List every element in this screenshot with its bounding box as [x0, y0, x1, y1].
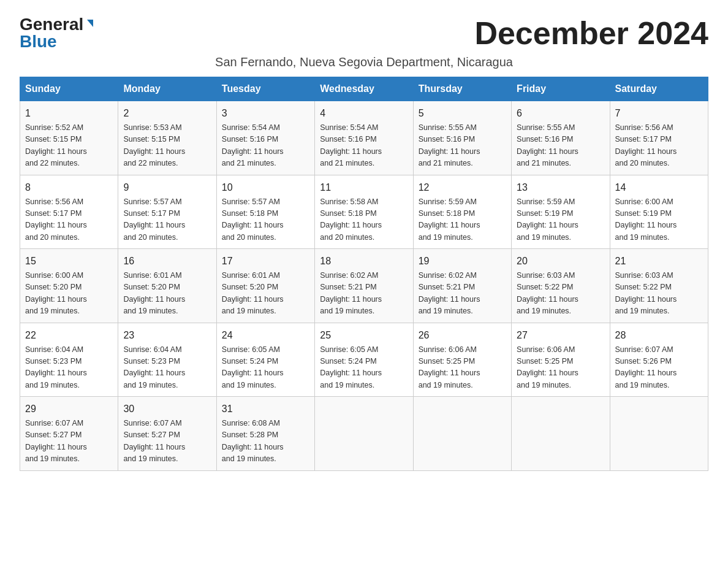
calendar-cell: 17Sunrise: 6:01 AMSunset: 5:20 PMDayligh… [216, 249, 314, 323]
calendar-week-row: 29Sunrise: 6:07 AMSunset: 5:27 PMDayligh… [20, 397, 708, 471]
day-number: 28 [615, 328, 703, 343]
calendar-cell: 4Sunrise: 5:54 AMSunset: 5:16 PMDaylight… [315, 101, 413, 175]
calendar-subtitle: San Fernando, Nueva Segovia Department, … [20, 55, 708, 69]
calendar-cell: 18Sunrise: 6:02 AMSunset: 5:21 PMDayligh… [315, 249, 413, 323]
calendar-cell: 5Sunrise: 5:55 AMSunset: 5:16 PMDaylight… [413, 101, 511, 175]
day-info: Sunrise: 5:57 AMSunset: 5:18 PMDaylight:… [222, 196, 309, 244]
day-info: Sunrise: 6:00 AMSunset: 5:19 PMDaylight:… [615, 196, 703, 244]
day-info: Sunrise: 6:07 AMSunset: 5:27 PMDaylight:… [123, 418, 211, 465]
calendar-cell: 16Sunrise: 6:01 AMSunset: 5:20 PMDayligh… [118, 249, 216, 323]
day-number: 5 [419, 106, 506, 121]
day-info: Sunrise: 5:56 AMSunset: 5:17 PMDaylight:… [615, 122, 703, 170]
day-info: Sunrise: 6:03 AMSunset: 5:22 PMDaylight:… [517, 270, 604, 318]
day-number: 24 [222, 328, 309, 343]
day-number: 31 [222, 402, 309, 416]
calendar-week-row: 8Sunrise: 5:56 AMSunset: 5:17 PMDaylight… [20, 175, 708, 249]
day-info: Sunrise: 6:01 AMSunset: 5:20 PMDaylight:… [222, 270, 309, 318]
day-info: Sunrise: 6:02 AMSunset: 5:21 PMDaylight:… [320, 270, 408, 318]
col-header-wednesday: Wednesday [315, 77, 413, 101]
day-number: 2 [123, 106, 211, 121]
day-info: Sunrise: 5:55 AMSunset: 5:16 PMDaylight:… [517, 122, 604, 170]
day-info: Sunrise: 6:05 AMSunset: 5:24 PMDaylight:… [320, 344, 408, 392]
col-header-friday: Friday [512, 77, 610, 101]
calendar-cell: 3Sunrise: 5:54 AMSunset: 5:16 PMDaylight… [216, 101, 314, 175]
day-info: Sunrise: 5:56 AMSunset: 5:17 PMDaylight:… [25, 196, 113, 244]
day-number: 13 [517, 180, 604, 195]
calendar-table: SundayMondayTuesdayWednesdayThursdayFrid… [20, 77, 708, 471]
day-number: 18 [320, 254, 408, 269]
day-info: Sunrise: 5:59 AMSunset: 5:19 PMDaylight:… [517, 196, 604, 244]
day-number: 4 [320, 106, 408, 121]
calendar-cell: 22Sunrise: 6:04 AMSunset: 5:23 PMDayligh… [20, 323, 118, 397]
day-info: Sunrise: 5:57 AMSunset: 5:17 PMDaylight:… [123, 196, 211, 244]
day-number: 9 [123, 180, 211, 195]
day-number: 6 [517, 106, 604, 121]
day-info: Sunrise: 6:04 AMSunset: 5:23 PMDaylight:… [123, 344, 211, 392]
calendar-cell: 11Sunrise: 5:58 AMSunset: 5:18 PMDayligh… [315, 175, 413, 249]
calendar-week-row: 1Sunrise: 5:52 AMSunset: 5:15 PMDaylight… [20, 101, 708, 175]
month-title: December 2024 [474, 15, 708, 52]
day-number: 1 [25, 106, 113, 121]
calendar-cell: 21Sunrise: 6:03 AMSunset: 5:22 PMDayligh… [610, 249, 708, 323]
calendar-cell: 12Sunrise: 5:59 AMSunset: 5:18 PMDayligh… [413, 175, 511, 249]
calendar-cell: 26Sunrise: 6:06 AMSunset: 5:25 PMDayligh… [413, 323, 511, 397]
col-header-monday: Monday [118, 77, 216, 101]
calendar-cell: 6Sunrise: 5:55 AMSunset: 5:16 PMDaylight… [512, 101, 610, 175]
day-number: 12 [419, 180, 506, 195]
col-header-sunday: Sunday [20, 77, 118, 101]
calendar-cell: 10Sunrise: 5:57 AMSunset: 5:18 PMDayligh… [216, 175, 314, 249]
calendar-cell: 30Sunrise: 6:07 AMSunset: 5:27 PMDayligh… [118, 397, 216, 471]
day-number: 7 [615, 106, 703, 121]
calendar-cell: 9Sunrise: 5:57 AMSunset: 5:17 PMDaylight… [118, 175, 216, 249]
logo-blue-text: Blue [20, 32, 57, 52]
day-number: 25 [320, 328, 408, 343]
day-number: 10 [222, 180, 309, 195]
day-info: Sunrise: 6:03 AMSunset: 5:22 PMDaylight:… [615, 270, 703, 318]
day-info: Sunrise: 6:08 AMSunset: 5:28 PMDaylight:… [222, 418, 309, 465]
day-number: 16 [123, 254, 211, 269]
calendar-cell: 7Sunrise: 5:56 AMSunset: 5:17 PMDaylight… [610, 101, 708, 175]
calendar-cell: 1Sunrise: 5:52 AMSunset: 5:15 PMDaylight… [20, 101, 118, 175]
page-header: General Blue December 2024 [20, 15, 708, 52]
day-info: Sunrise: 6:04 AMSunset: 5:23 PMDaylight:… [25, 344, 113, 392]
day-number: 3 [222, 106, 309, 121]
day-info: Sunrise: 6:06 AMSunset: 5:25 PMDaylight:… [419, 344, 506, 392]
calendar-cell [315, 397, 413, 471]
day-number: 30 [123, 402, 211, 416]
day-info: Sunrise: 5:58 AMSunset: 5:18 PMDaylight:… [320, 196, 408, 244]
day-info: Sunrise: 6:07 AMSunset: 5:26 PMDaylight:… [615, 344, 703, 392]
day-info: Sunrise: 6:05 AMSunset: 5:24 PMDaylight:… [222, 344, 309, 392]
calendar-week-row: 22Sunrise: 6:04 AMSunset: 5:23 PMDayligh… [20, 323, 708, 397]
col-header-tuesday: Tuesday [216, 77, 314, 101]
logo: General Blue [20, 15, 94, 52]
day-info: Sunrise: 5:52 AMSunset: 5:15 PMDaylight:… [25, 122, 113, 170]
calendar-cell [413, 397, 511, 471]
calendar-cell [512, 397, 610, 471]
day-number: 11 [320, 180, 408, 195]
calendar-cell: 20Sunrise: 6:03 AMSunset: 5:22 PMDayligh… [512, 249, 610, 323]
logo-triangle-icon [85, 18, 94, 31]
calendar-cell [610, 397, 708, 471]
svg-marker-0 [87, 20, 93, 27]
calendar-cell: 8Sunrise: 5:56 AMSunset: 5:17 PMDaylight… [20, 175, 118, 249]
day-info: Sunrise: 6:01 AMSunset: 5:20 PMDaylight:… [123, 270, 211, 318]
day-number: 8 [25, 180, 113, 195]
day-info: Sunrise: 5:53 AMSunset: 5:15 PMDaylight:… [123, 122, 211, 170]
day-number: 23 [123, 328, 211, 343]
calendar-cell: 14Sunrise: 6:00 AMSunset: 5:19 PMDayligh… [610, 175, 708, 249]
calendar-cell: 2Sunrise: 5:53 AMSunset: 5:15 PMDaylight… [118, 101, 216, 175]
day-info: Sunrise: 5:54 AMSunset: 5:16 PMDaylight:… [320, 122, 408, 170]
calendar-cell: 28Sunrise: 6:07 AMSunset: 5:26 PMDayligh… [610, 323, 708, 397]
day-number: 15 [25, 254, 113, 269]
day-number: 26 [419, 328, 506, 343]
day-info: Sunrise: 5:59 AMSunset: 5:18 PMDaylight:… [419, 196, 506, 244]
day-number: 29 [25, 402, 113, 416]
calendar-cell: 23Sunrise: 6:04 AMSunset: 5:23 PMDayligh… [118, 323, 216, 397]
calendar-cell: 31Sunrise: 6:08 AMSunset: 5:28 PMDayligh… [216, 397, 314, 471]
day-info: Sunrise: 5:54 AMSunset: 5:16 PMDaylight:… [222, 122, 309, 170]
day-info: Sunrise: 6:02 AMSunset: 5:21 PMDaylight:… [419, 270, 506, 318]
day-number: 21 [615, 254, 703, 269]
day-info: Sunrise: 5:55 AMSunset: 5:16 PMDaylight:… [419, 122, 506, 170]
col-header-saturday: Saturday [610, 77, 708, 101]
day-number: 17 [222, 254, 309, 269]
